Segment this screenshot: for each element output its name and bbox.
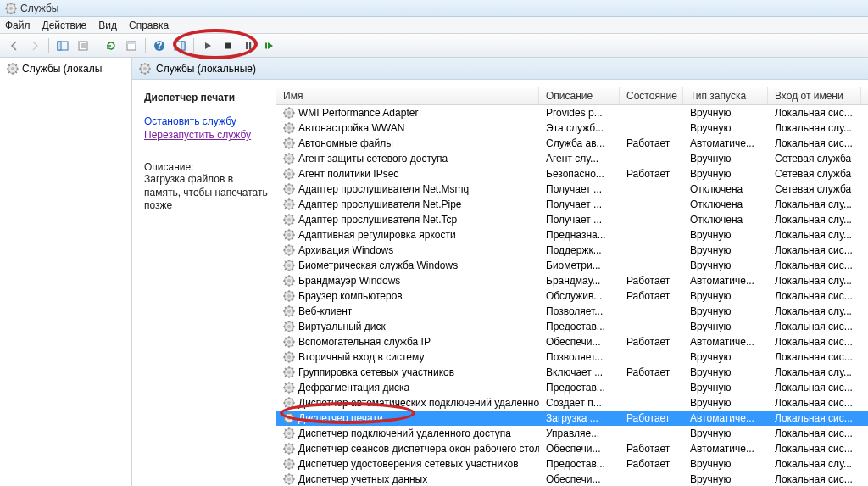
table-row[interactable]: Агент защиты сетевого доступаАгент слу..…: [276, 151, 868, 166]
titlebar: Службы: [0, 0, 868, 17]
table-row[interactable]: Адаптер прослушивателя Net.TcpПолучает .…: [276, 212, 868, 227]
stop-service-link[interactable]: Остановить службу: [144, 115, 268, 127]
action-pane-button[interactable]: [170, 36, 189, 55]
table-row[interactable]: Группировка сетевых участниковВключает .…: [276, 365, 868, 380]
cell-logon: Локальная сис...: [768, 321, 861, 332]
col-header-logon[interactable]: Вход от имени: [768, 87, 861, 104]
menu-view[interactable]: Вид: [98, 20, 117, 31]
cell-name: Адаптер прослушивателя Net.Msmq: [276, 183, 539, 195]
table-row[interactable]: Диспетчер печатиЗагрузка ...РаботаетАвто…: [276, 411, 868, 426]
window-title: Службы: [20, 3, 58, 14]
svg-rect-22: [225, 42, 231, 48]
table-row[interactable]: Диспетчер сеансов диспетчера окон рабоче…: [276, 441, 868, 456]
help-button[interactable]: ?: [150, 36, 169, 55]
detail-desc-label: Описание:: [144, 161, 268, 173]
cell-start: Вручную: [683, 290, 768, 302]
table-row[interactable]: Диспетчер удостоверения сетевых участник…: [276, 456, 868, 472]
table-row[interactable]: Дефрагментация дискаПредостав...ВручнуюЛ…: [276, 380, 868, 395]
col-header-name[interactable]: Имя: [276, 87, 539, 104]
table-row[interactable]: Виртуальный дискПредостав...ВручнуюЛокал…: [276, 319, 868, 334]
service-icon: [283, 137, 295, 149]
col-header-state[interactable]: Состояние: [620, 87, 683, 104]
table-row[interactable]: Автономные файлыСлужба ав...РаботаетАвто…: [276, 136, 868, 151]
cell-start: Вручную: [683, 153, 768, 165]
svg-rect-17: [127, 42, 136, 44]
cell-name: Автонастройка WWAN: [276, 122, 539, 134]
services-list[interactable]: Имя Описание Состояние Тип запуска Вход …: [276, 87, 868, 486]
cell-name: Диспетчер печати: [276, 412, 539, 424]
service-icon: [283, 229, 295, 241]
cell-start: Вручную: [683, 321, 768, 332]
cell-start: Автоматиче...: [683, 412, 768, 424]
cell-start: Автоматиче...: [683, 443, 768, 455]
cell-state: Работает: [620, 458, 683, 470]
stop-service-button[interactable]: [219, 36, 237, 55]
col-header-start[interactable]: Тип запуска: [683, 87, 768, 104]
cell-logon: Локальная сис...: [768, 351, 861, 363]
service-icon: [283, 473, 295, 485]
table-row[interactable]: Агент политики IPsecБезопасно...Работает…: [276, 166, 868, 182]
refresh-button[interactable]: [102, 36, 120, 55]
cell-state: Работает: [620, 412, 683, 424]
cell-name: Диспетчер автоматических подключений уда…: [276, 397, 539, 409]
cell-start: Вручную: [683, 244, 768, 256]
menu-action[interactable]: Действие: [42, 20, 87, 31]
table-row[interactable]: Диспетчер учетных данныхОбеспечи...Вручн…: [276, 472, 868, 486]
properties-button[interactable]: [122, 36, 141, 55]
restart-service-button[interactable]: [259, 36, 278, 55]
cell-desc: Предназна...: [539, 229, 620, 241]
col-header-desc[interactable]: Описание: [539, 87, 620, 104]
service-icon: [283, 275, 295, 287]
svg-rect-25: [265, 42, 267, 48]
cell-desc: Служба ав...: [539, 137, 620, 149]
cell-logon: Сетевая служба: [768, 168, 861, 180]
table-row[interactable]: Браузер компьютеровОбслужив...РаботаетВр…: [276, 288, 868, 304]
table-row[interactable]: Адаптер прослушивателя Net.MsmqПолучает …: [276, 182, 868, 197]
tree-root-item[interactable]: Службы (локалы: [5, 61, 126, 76]
cell-logon: Локальная сис...: [768, 397, 861, 409]
table-row[interactable]: Вторичный вход в системуПозволяет...Вруч…: [276, 349, 868, 365]
cell-logon: Локальная слу...: [768, 275, 861, 287]
cell-logon: Локальная сис...: [768, 107, 861, 119]
cell-desc: Предостав...: [539, 321, 620, 332]
restart-service-link[interactable]: Перезапустить службу: [144, 129, 268, 141]
start-service-button[interactable]: [198, 36, 217, 55]
table-row[interactable]: WMI Performance AdapterProvides p...Вруч…: [276, 105, 868, 120]
cell-desc: Позволяет...: [539, 305, 620, 317]
table-row[interactable]: Автонастройка WWANЭта служб...ВручнуюЛок…: [276, 120, 868, 136]
menu-help[interactable]: Справка: [129, 20, 169, 31]
service-icon: [283, 198, 295, 210]
cell-start: Вручную: [683, 229, 768, 241]
cell-logon: Локальная слу...: [768, 229, 861, 241]
table-row[interactable]: Диспетчер подключений удаленного доступа…: [276, 426, 868, 441]
table-row[interactable]: Брандмауэр WindowsБрандмау...РаботаетАвт…: [276, 273, 868, 288]
menu-file[interactable]: Файл: [5, 20, 31, 31]
cell-desc: Эта служб...: [539, 122, 620, 134]
table-row[interactable]: Диспетчер автоматических подключений уда…: [276, 395, 868, 411]
nav-forward-button[interactable]: [25, 36, 44, 55]
table-row[interactable]: Адаптивная регулировка яркостиПредназна.…: [276, 227, 868, 243]
nav-back-button[interactable]: [5, 36, 24, 55]
pause-service-button[interactable]: [239, 36, 258, 55]
export-list-button[interactable]: [74, 36, 92, 55]
table-row[interactable]: Адаптер прослушивателя Net.PipeПолучает …: [276, 197, 868, 212]
cell-name: Брандмауэр Windows: [276, 275, 539, 287]
cell-desc: Агент слу...: [539, 153, 620, 165]
table-row[interactable]: Архивация WindowsПоддержк...ВручнуюЛокал…: [276, 243, 868, 258]
table-row[interactable]: Биометрическая служба WindowsБиометри...…: [276, 258, 868, 273]
cell-logon: Локальная сис...: [768, 473, 861, 485]
table-row[interactable]: Вспомогательная служба IPОбеспечи...Рабо…: [276, 334, 868, 349]
tree-pane[interactable]: Службы (локалы: [0, 58, 132, 486]
cell-name: Группировка сетевых участников: [276, 366, 539, 378]
service-icon: [283, 382, 295, 394]
service-icon: [283, 397, 295, 409]
cell-name: Агент политики IPsec: [276, 168, 539, 180]
cell-desc: Получает ...: [539, 214, 620, 226]
cell-name: Диспетчер сеансов диспетчера окон рабоче…: [276, 443, 539, 455]
cell-name: Адаптер прослушивателя Net.Tcp: [276, 214, 539, 226]
cell-desc: Загрузка ...: [539, 412, 620, 424]
table-row[interactable]: Веб-клиентПозволяет...ВручнуюЛокальная с…: [276, 304, 868, 319]
show-hide-tree-button[interactable]: [53, 36, 72, 55]
cell-start: Вручную: [683, 382, 768, 394]
cell-logon: Локальная сис...: [768, 290, 861, 302]
